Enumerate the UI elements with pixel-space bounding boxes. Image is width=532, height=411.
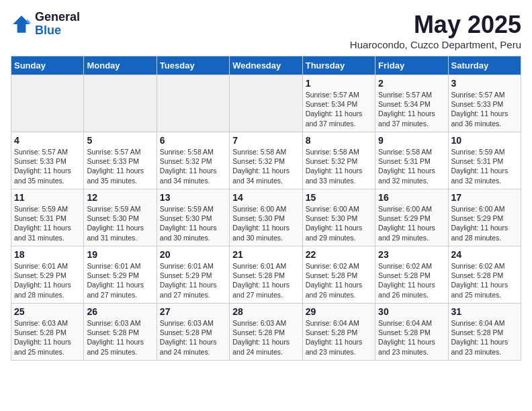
calendar-day-cell: 10Sunrise: 5:59 AM Sunset: 5:31 PM Dayli… xyxy=(448,132,521,189)
day-info: Sunrise: 6:00 AM Sunset: 5:30 PM Dayligh… xyxy=(306,204,372,242)
calendar-week-row: 11Sunrise: 5:59 AM Sunset: 5:31 PM Dayli… xyxy=(11,189,521,246)
calendar-day-cell: 1Sunrise: 5:57 AM Sunset: 5:34 PM Daylig… xyxy=(302,75,375,132)
day-number: 8 xyxy=(306,135,372,146)
page-header: General Blue May 2025 Huarocondo, Cuzco … xyxy=(11,11,521,50)
calendar-day-cell: 26Sunrise: 6:03 AM Sunset: 5:28 PM Dayli… xyxy=(84,304,157,361)
calendar-day-cell: 19Sunrise: 6:01 AM Sunset: 5:29 PM Dayli… xyxy=(84,246,157,304)
day-number: 3 xyxy=(451,78,518,89)
empty-day-cell xyxy=(84,75,157,132)
month-title: May 2025 xyxy=(350,11,521,39)
day-number: 23 xyxy=(378,249,445,260)
day-number: 11 xyxy=(14,192,81,203)
day-number: 10 xyxy=(451,135,518,146)
day-info: Sunrise: 5:58 AM Sunset: 5:32 PM Dayligh… xyxy=(306,147,372,185)
calendar-day-cell: 30Sunrise: 6:04 AM Sunset: 5:28 PM Dayli… xyxy=(375,304,448,361)
day-info: Sunrise: 6:04 AM Sunset: 5:28 PM Dayligh… xyxy=(378,318,445,357)
day-info: Sunrise: 6:00 AM Sunset: 5:29 PM Dayligh… xyxy=(451,204,518,242)
day-info: Sunrise: 5:57 AM Sunset: 5:34 PM Dayligh… xyxy=(306,90,372,128)
day-number: 21 xyxy=(232,249,299,260)
day-number: 16 xyxy=(378,192,445,203)
calendar-day-cell: 17Sunrise: 6:00 AM Sunset: 5:29 PM Dayli… xyxy=(448,189,521,246)
calendar-day-cell: 23Sunrise: 6:02 AM Sunset: 5:28 PM Dayli… xyxy=(375,246,448,304)
calendar-day-cell: 3Sunrise: 5:57 AM Sunset: 5:33 PM Daylig… xyxy=(448,75,521,132)
day-number: 7 xyxy=(232,135,299,146)
day-number: 4 xyxy=(14,135,81,146)
calendar-week-row: 4Sunrise: 5:57 AM Sunset: 5:33 PM Daylig… xyxy=(11,132,521,189)
day-number: 28 xyxy=(232,306,299,317)
calendar-day-cell: 4Sunrise: 5:57 AM Sunset: 5:33 PM Daylig… xyxy=(11,132,84,189)
day-number: 31 xyxy=(451,306,518,317)
calendar-week-row: 18Sunrise: 6:01 AM Sunset: 5:29 PM Dayli… xyxy=(11,246,521,304)
day-info: Sunrise: 5:59 AM Sunset: 5:31 PM Dayligh… xyxy=(451,147,518,185)
day-info: Sunrise: 6:01 AM Sunset: 5:29 PM Dayligh… xyxy=(87,261,153,300)
day-number: 13 xyxy=(160,192,226,203)
calendar-day-cell: 25Sunrise: 6:03 AM Sunset: 5:28 PM Dayli… xyxy=(11,304,84,361)
weekday-header-saturday: Saturday xyxy=(448,56,521,75)
day-number: 12 xyxy=(87,192,153,203)
day-info: Sunrise: 6:04 AM Sunset: 5:28 PM Dayligh… xyxy=(306,318,372,357)
logo-icon xyxy=(11,13,32,35)
calendar-day-cell: 7Sunrise: 5:58 AM Sunset: 5:32 PM Daylig… xyxy=(230,132,302,189)
calendar-day-cell: 12Sunrise: 5:59 AM Sunset: 5:30 PM Dayli… xyxy=(84,189,157,246)
day-number: 15 xyxy=(306,192,372,203)
day-number: 14 xyxy=(232,192,299,203)
day-info: Sunrise: 6:02 AM Sunset: 5:28 PM Dayligh… xyxy=(306,261,372,300)
day-number: 29 xyxy=(306,306,372,317)
calendar-day-cell: 29Sunrise: 6:04 AM Sunset: 5:28 PM Dayli… xyxy=(302,304,375,361)
logo-general-label: General xyxy=(35,11,80,24)
day-number: 19 xyxy=(87,249,153,260)
logo-blue-label: Blue xyxy=(35,24,80,38)
calendar-week-row: 25Sunrise: 6:03 AM Sunset: 5:28 PM Dayli… xyxy=(11,304,521,361)
day-info: Sunrise: 6:00 AM Sunset: 5:30 PM Dayligh… xyxy=(232,204,299,242)
day-number: 18 xyxy=(14,249,81,260)
day-info: Sunrise: 5:59 AM Sunset: 5:31 PM Dayligh… xyxy=(14,204,81,242)
day-number: 27 xyxy=(160,306,226,317)
calendar-day-cell: 21Sunrise: 6:01 AM Sunset: 5:28 PM Dayli… xyxy=(230,246,302,304)
empty-day-cell xyxy=(157,75,229,132)
calendar-title-section: May 2025 Huarocondo, Cuzco Department, P… xyxy=(350,11,521,50)
calendar-week-row: 1Sunrise: 5:57 AM Sunset: 5:34 PM Daylig… xyxy=(11,75,521,132)
day-info: Sunrise: 5:58 AM Sunset: 5:31 PM Dayligh… xyxy=(378,147,445,185)
calendar-day-cell: 18Sunrise: 6:01 AM Sunset: 5:29 PM Dayli… xyxy=(11,246,84,304)
day-info: Sunrise: 6:01 AM Sunset: 5:29 PM Dayligh… xyxy=(160,261,226,300)
calendar-day-cell: 31Sunrise: 6:04 AM Sunset: 5:28 PM Dayli… xyxy=(448,304,521,361)
calendar-day-cell: 24Sunrise: 6:02 AM Sunset: 5:28 PM Dayli… xyxy=(448,246,521,304)
calendar-day-cell: 11Sunrise: 5:59 AM Sunset: 5:31 PM Dayli… xyxy=(11,189,84,246)
day-number: 24 xyxy=(451,249,518,260)
empty-day-cell xyxy=(230,75,302,132)
calendar-day-cell: 20Sunrise: 6:01 AM Sunset: 5:29 PM Dayli… xyxy=(157,246,229,304)
day-info: Sunrise: 6:03 AM Sunset: 5:28 PM Dayligh… xyxy=(232,318,299,357)
weekday-header-friday: Friday xyxy=(375,56,448,75)
weekday-header-thursday: Thursday xyxy=(302,56,375,75)
calendar-day-cell: 27Sunrise: 6:03 AM Sunset: 5:28 PM Dayli… xyxy=(157,304,229,361)
day-info: Sunrise: 6:04 AM Sunset: 5:28 PM Dayligh… xyxy=(451,318,518,357)
day-info: Sunrise: 5:57 AM Sunset: 5:33 PM Dayligh… xyxy=(14,147,81,185)
calendar-day-cell: 9Sunrise: 5:58 AM Sunset: 5:31 PM Daylig… xyxy=(375,132,448,189)
day-info: Sunrise: 5:57 AM Sunset: 5:34 PM Dayligh… xyxy=(378,90,445,128)
day-info: Sunrise: 5:58 AM Sunset: 5:32 PM Dayligh… xyxy=(232,147,299,185)
day-info: Sunrise: 6:03 AM Sunset: 5:28 PM Dayligh… xyxy=(160,318,226,357)
calendar-table: SundayMondayTuesdayWednesdayThursdayFrid… xyxy=(11,56,521,361)
logo: General Blue xyxy=(11,11,80,38)
calendar-day-cell: 22Sunrise: 6:02 AM Sunset: 5:28 PM Dayli… xyxy=(302,246,375,304)
svg-marker-0 xyxy=(13,15,30,33)
day-number: 1 xyxy=(306,78,372,89)
weekday-header-tuesday: Tuesday xyxy=(157,56,229,75)
calendar-day-cell: 15Sunrise: 6:00 AM Sunset: 5:30 PM Dayli… xyxy=(302,189,375,246)
calendar-day-cell: 14Sunrise: 6:00 AM Sunset: 5:30 PM Dayli… xyxy=(230,189,302,246)
day-info: Sunrise: 5:58 AM Sunset: 5:32 PM Dayligh… xyxy=(160,147,226,185)
day-number: 25 xyxy=(14,306,81,317)
calendar-day-cell: 16Sunrise: 6:00 AM Sunset: 5:29 PM Dayli… xyxy=(375,189,448,246)
calendar-day-cell: 13Sunrise: 5:59 AM Sunset: 5:30 PM Dayli… xyxy=(157,189,229,246)
calendar-day-cell: 2Sunrise: 5:57 AM Sunset: 5:34 PM Daylig… xyxy=(375,75,448,132)
weekday-header-row: SundayMondayTuesdayWednesdayThursdayFrid… xyxy=(11,56,521,75)
day-number: 20 xyxy=(160,249,226,260)
day-number: 22 xyxy=(306,249,372,260)
day-info: Sunrise: 5:57 AM Sunset: 5:33 PM Dayligh… xyxy=(451,90,518,128)
empty-day-cell xyxy=(11,75,84,132)
calendar-day-cell: 28Sunrise: 6:03 AM Sunset: 5:28 PM Dayli… xyxy=(230,304,302,361)
day-number: 17 xyxy=(451,192,518,203)
logo-text: General Blue xyxy=(35,11,80,38)
calendar-day-cell: 5Sunrise: 5:57 AM Sunset: 5:33 PM Daylig… xyxy=(84,132,157,189)
weekday-header-sunday: Sunday xyxy=(11,56,84,75)
